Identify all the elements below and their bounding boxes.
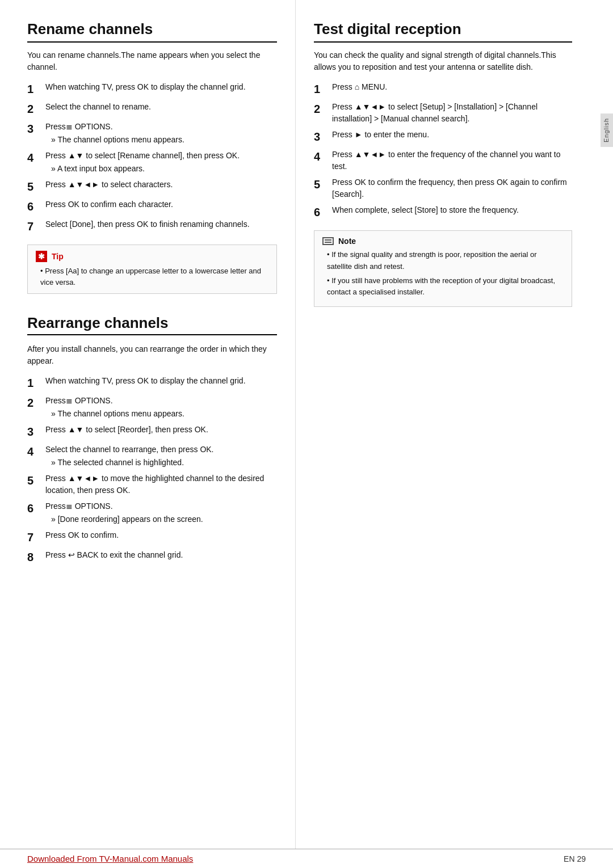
test-step-2: 2 Press ▲▼◄► to select [Setup] > [Instal… xyxy=(314,101,572,125)
rearrange-channels-intro: After you install channels, you can rear… xyxy=(27,343,277,367)
rearrange-step-number-6: 6 xyxy=(27,500,43,516)
test-step-number-4: 4 xyxy=(314,149,330,165)
rename-step-4-sub: A text input box appears. xyxy=(45,163,277,175)
rearrange-step-content-7: Press OK to confirm. xyxy=(45,529,277,541)
rearrange-step-number-3: 3 xyxy=(27,424,43,440)
rearrange-step-5: 5 Press ▲▼◄► to move the highlighted cha… xyxy=(27,473,277,496)
rearrange-step-content-3: Press ▲▼ to select [Reorder], then press… xyxy=(45,424,277,436)
rearrange-step-content-2: Press≣ OPTIONS. The channel options menu… xyxy=(45,395,277,420)
rearrange-step-number-5: 5 xyxy=(27,473,43,488)
rename-step-4: 4 Press ▲▼ to select [Rename channel], t… xyxy=(27,150,277,175)
test-step-content-6: When complete, select [Store] to store t… xyxy=(332,204,572,216)
test-step-4: 4 Press ▲▼◄► to enter the frequency of t… xyxy=(314,149,572,172)
rename-step-3: 3 Press≣ OPTIONS. The channel options me… xyxy=(27,121,277,146)
rearrange-step-number-1: 1 xyxy=(27,375,43,391)
note-header: Note xyxy=(322,237,564,246)
note-item-1: If the signal quality and strength is po… xyxy=(327,249,564,273)
page-footer: Downloaded From TV-Manual.com Manuals EN… xyxy=(0,849,613,868)
test-step-number-2: 2 xyxy=(314,101,330,117)
test-step-content-3: Press ► to enter the menu. xyxy=(332,129,572,141)
main-content: Rename channels You can rename channels.… xyxy=(0,0,613,849)
rename-step-number-4: 4 xyxy=(27,150,43,166)
test-step-number-6: 6 xyxy=(314,204,330,220)
rearrange-step-content-5: Press ▲▼◄► to move the highlighted chann… xyxy=(45,473,277,496)
rename-step-content-5: Press ▲▼◄► to select characters. xyxy=(45,179,277,191)
rename-step-2: 2 Select the channel to rename. xyxy=(27,101,277,117)
test-digital-intro: You can check the quality and signal str… xyxy=(314,49,572,73)
tip-box: ✱ Tip Press [Aa] to change an uppercase … xyxy=(27,245,277,294)
rearrange-step-content-6: Press≣ OPTIONS. [Done reordering] appear… xyxy=(45,500,277,525)
rename-step-7: 7 Select [Done], then press OK to finish… xyxy=(27,218,277,234)
rearrange-step-7: 7 Press OK to confirm. xyxy=(27,529,277,545)
rearrange-step-4: 4 Select the channel to rearrange, then … xyxy=(27,444,277,469)
rename-steps-list: 1 When watching TV, press OK to display … xyxy=(27,81,277,234)
rearrange-step-content-1: When watching TV, press OK to display th… xyxy=(45,375,277,387)
vertical-language-label: English xyxy=(601,113,613,147)
rename-step-6: 6 Press OK to confirm each character. xyxy=(27,199,277,214)
note-box: Note If the signal quality and strength … xyxy=(314,230,572,307)
right-column: Test digital reception You can check the… xyxy=(295,0,590,849)
note-icon xyxy=(322,237,334,245)
rearrange-step-number-8: 8 xyxy=(27,549,43,565)
rearrange-channels-section: Rearrange channels After you install cha… xyxy=(27,304,277,575)
page-number: EN 29 xyxy=(564,854,586,863)
test-step-content-4: Press ▲▼◄► to enter the frequency of the… xyxy=(332,149,572,172)
rename-step-content-7: Select [Done], then press OK to finish r… xyxy=(45,218,277,230)
rearrange-step-number-4: 4 xyxy=(27,444,43,460)
test-step-5: 5 Press OK to confirm the frequency, the… xyxy=(314,176,572,200)
rearrange-step-2: 2 Press≣ OPTIONS. The channel options me… xyxy=(27,395,277,420)
test-step-number-3: 3 xyxy=(314,129,330,145)
note-item-2: If you still have problems with the rece… xyxy=(327,275,564,299)
test-step-1: 1 Press ⌂ MENU. xyxy=(314,81,572,97)
rename-step-content-4: Press ▲▼ to select [Rename channel], the… xyxy=(45,150,277,175)
rearrange-step-6: 6 Press≣ OPTIONS. [Done reordering] appe… xyxy=(27,500,277,525)
tip-header: ✱ Tip xyxy=(36,251,268,262)
tip-item-1: Press [Aa] to change an uppercase letter… xyxy=(40,266,268,288)
rename-channels-title: Rename channels xyxy=(27,20,277,43)
rename-step-number-1: 1 xyxy=(27,81,43,97)
rename-step-content-3: Press≣ OPTIONS. The channel options menu… xyxy=(45,121,277,146)
rename-step-content-2: Select the channel to rename. xyxy=(45,101,277,113)
rearrange-step-4-sub: The selected channel is highlighted. xyxy=(45,457,277,469)
rename-channels-intro: You can rename channels.The name appears… xyxy=(27,49,277,73)
rearrange-steps-list: 1 When watching TV, press OK to display … xyxy=(27,375,277,565)
rearrange-step-number-7: 7 xyxy=(27,529,43,545)
rearrange-channels-title: Rearrange channels xyxy=(27,314,277,335)
test-step-content-1: Press ⌂ MENU. xyxy=(332,81,572,93)
test-step-number-5: 5 xyxy=(314,176,330,192)
test-digital-reception-section: Test digital reception You can check the… xyxy=(314,20,572,307)
rename-step-number-6: 6 xyxy=(27,199,43,214)
test-step-6: 6 When complete, select [Store] to store… xyxy=(314,204,572,220)
note-content: If the signal quality and strength is po… xyxy=(322,249,564,298)
test-step-content-5: Press OK to confirm the frequency, then … xyxy=(332,176,572,200)
rearrange-step-content-4: Select the channel to rearrange, then pr… xyxy=(45,444,277,469)
rename-step-number-7: 7 xyxy=(27,218,43,234)
rename-step-3-sub: The channel options menu appears. xyxy=(45,134,277,146)
test-step-content-2: Press ▲▼◄► to select [Setup] > [Installa… xyxy=(332,101,572,125)
rename-channels-section: Rename channels You can rename channels.… xyxy=(27,20,277,304)
test-step-number-1: 1 xyxy=(314,81,330,97)
tip-content: Press [Aa] to change an uppercase letter… xyxy=(36,266,268,288)
rename-step-content-6: Press OK to confirm each character. xyxy=(45,199,277,210)
rearrange-step-number-2: 2 xyxy=(27,395,43,411)
page-wrapper: Rename channels You can rename channels.… xyxy=(0,0,613,868)
footer-link[interactable]: Downloaded From TV-Manual.com Manuals xyxy=(27,854,193,863)
test-digital-title: Test digital reception xyxy=(314,20,572,43)
rearrange-step-8: 8 Press ↩ BACK to exit the channel grid. xyxy=(27,549,277,565)
rearrange-step-3: 3 Press ▲▼ to select [Reorder], then pre… xyxy=(27,424,277,440)
rename-step-number-3: 3 xyxy=(27,121,43,137)
rearrange-step-6-sub: [Done reordering] appears on the screen. xyxy=(45,513,277,525)
rearrange-step-content-8: Press ↩ BACK to exit the channel grid. xyxy=(45,549,277,561)
rearrange-step-1: 1 When watching TV, press OK to display … xyxy=(27,375,277,391)
rename-step-number-2: 2 xyxy=(27,101,43,117)
rearrange-step-2-sub: The channel options menu appears. xyxy=(45,408,277,420)
test-step-3: 3 Press ► to enter the menu. xyxy=(314,129,572,145)
rename-step-content-1: When watching TV, press OK to display th… xyxy=(45,81,277,93)
rename-step-number-5: 5 xyxy=(27,179,43,195)
rename-step-1: 1 When watching TV, press OK to display … xyxy=(27,81,277,97)
left-column: Rename channels You can rename channels.… xyxy=(0,0,295,849)
rename-step-5: 5 Press ▲▼◄► to select characters. xyxy=(27,179,277,195)
test-digital-steps-list: 1 Press ⌂ MENU. 2 Press ▲▼◄► to select [… xyxy=(314,81,572,220)
tip-star-icon: ✱ xyxy=(36,251,47,262)
